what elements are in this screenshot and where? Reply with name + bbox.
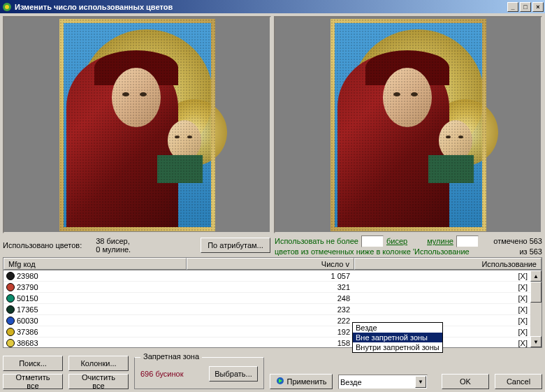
chevron-down-icon[interactable]: ▼ [415, 376, 426, 388]
columns-button[interactable]: Колонки... [68, 356, 129, 371]
preview-left [3, 16, 271, 233]
by-attributes-button[interactable]: По атрибутам... [201, 238, 270, 253]
table-row[interactable]: 17365232[X] [3, 304, 542, 315]
search-button[interactable]: Поиск... [3, 356, 63, 371]
dropdown-option[interactable]: Внутри запретной зоны [353, 342, 442, 352]
table-row[interactable]: 23790321[X] [3, 282, 542, 293]
preview-right [274, 16, 542, 233]
used-colors-label: Использовано цветов: [3, 241, 82, 249]
dropdown-option[interactable]: Везде [353, 323, 442, 333]
apply-icon [276, 377, 284, 386]
color-swatch-icon [6, 305, 15, 314]
zone-dropdown-list[interactable]: Везде Вне запретной зоны Внутри запретно… [352, 322, 443, 353]
count-value: 248 [187, 294, 354, 303]
count-value: 192 [187, 328, 354, 336]
color-swatch-icon [6, 339, 15, 347]
title-bar: Изменить число использованных цветов _ □… [0, 0, 545, 13]
marked-suffix: цветов из отмеченных ниже в колонке 'Исп… [275, 247, 470, 256]
mfg-code: 50150 [17, 294, 38, 303]
of-count: из 563 [519, 247, 542, 256]
forbidden-zone-group: Запретная зона 696 бусинок Выбрать... [134, 357, 264, 389]
minimize-button[interactable]: _ [507, 2, 518, 12]
table-row[interactable]: 37386192[X] [3, 326, 542, 337]
col-count-header[interactable]: Число v [187, 258, 354, 270]
col-mfg-header[interactable]: Mfg код [3, 258, 187, 270]
scroll-thumb[interactable] [530, 282, 542, 303]
floss-max-input[interactable] [456, 235, 479, 247]
mfg-code: 38683 [17, 339, 38, 347]
marked-count: отмечено 563 [493, 237, 542, 245]
table-row[interactable]: 239801 057[X] [3, 270, 542, 282]
usage-value: [X] [354, 272, 542, 280]
clear-all-button[interactable]: Очистить все [68, 374, 129, 389]
color-swatch-icon [6, 283, 15, 291]
maximize-button[interactable]: □ [520, 2, 531, 12]
dropdown-option[interactable]: Вне запретной зоны [353, 333, 442, 342]
window-title: Изменить число использованных цветов [15, 3, 507, 11]
apply-button[interactable]: Применить [270, 374, 333, 389]
svg-point-1 [5, 5, 9, 9]
count-value: 158 [187, 339, 354, 347]
color-swatch-icon [6, 294, 15, 303]
cancel-button[interactable]: Cancel [495, 374, 542, 389]
mfg-code: 23980 [17, 272, 38, 280]
zone-bead-count: 696 бусинок [140, 370, 203, 378]
ok-button[interactable]: OK [442, 374, 489, 389]
table-row[interactable]: 50150248[X] [3, 293, 542, 304]
mark-all-button[interactable]: Отметить все [3, 374, 63, 389]
use-max-label: Использовать не более [275, 237, 358, 245]
color-swatch-icon [6, 272, 15, 280]
used-beads-value: 38 бисер, [96, 237, 131, 245]
close-button[interactable]: × [532, 2, 544, 12]
beads-max-input[interactable] [361, 235, 384, 247]
mfg-code: 17365 [17, 305, 38, 314]
used-floss-value: 0 мулине. [96, 245, 131, 254]
floss-link[interactable]: мулине [427, 237, 453, 245]
zone-select-button[interactable]: Выбрать... [209, 366, 258, 382]
scroll-up-icon[interactable]: ▲ [530, 270, 542, 282]
zone-legend: Запретная зона [140, 352, 202, 361]
count-value: 321 [187, 283, 354, 291]
table-row[interactable]: 60030222[X] [3, 315, 542, 326]
zone-combo[interactable]: Везде ▼ [338, 375, 428, 389]
scroll-down-icon[interactable]: ▼ [530, 336, 542, 347]
combo-value: Везде [340, 378, 362, 386]
table-row[interactable]: 38683158[X] [3, 337, 542, 348]
count-value: 232 [187, 305, 354, 314]
mfg-code: 37386 [17, 328, 38, 336]
color-swatch-icon [6, 328, 15, 336]
usage-value: [X] [354, 305, 542, 314]
mfg-code: 60030 [17, 317, 38, 325]
col-usage-header[interactable]: Использование [354, 258, 542, 270]
usage-value: [X] [354, 283, 542, 291]
color-swatch-icon [6, 317, 15, 325]
table-scrollbar[interactable]: ▲ ▼ [530, 270, 542, 347]
colors-table: Mfg код Число v Использование 239801 057… [3, 257, 542, 348]
app-icon [1, 1, 13, 13]
beads-link[interactable]: бисер [386, 237, 407, 245]
mfg-code: 23790 [17, 283, 38, 291]
usage-value: [X] [354, 294, 542, 303]
count-value: 1 057 [187, 272, 354, 280]
count-value: 222 [187, 317, 354, 325]
